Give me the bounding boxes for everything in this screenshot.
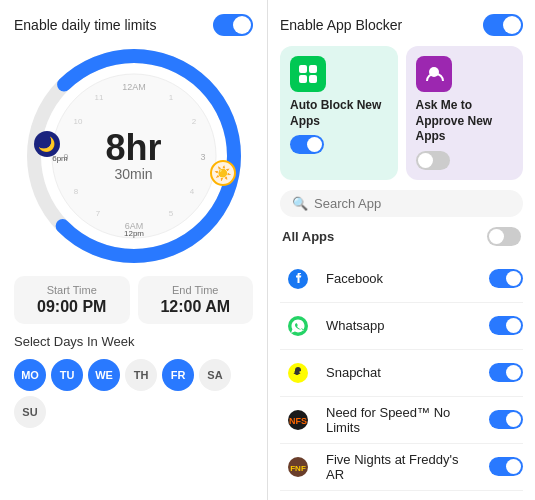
blocker-label: Enable App Blocker [280, 17, 402, 33]
app-row: Spotify [280, 491, 523, 500]
start-time-value: 09:00 PM [37, 298, 106, 316]
left-panel: Enable daily time limits 12AM 1 2 3 4 5 [0, 0, 268, 500]
svg-text:10: 10 [73, 117, 82, 126]
svg-rect-19 [299, 75, 307, 83]
svg-text:7: 7 [95, 209, 100, 218]
daily-time-toggle[interactable] [213, 14, 253, 36]
svg-text:NFS: NFS [289, 416, 307, 426]
day-chip-we[interactable]: WE [88, 359, 120, 391]
clock-container: 12AM 1 2 3 4 5 6AM 7 8 9 10 11 6pm [24, 46, 244, 266]
daily-time-label: Enable daily time limits [14, 17, 156, 33]
days-row: MOTUWETHFRSASU [14, 359, 253, 428]
svg-text:12AM: 12AM [122, 82, 146, 92]
search-box[interactable]: 🔍 [280, 190, 523, 217]
end-time-value: 12:00 AM [160, 298, 230, 316]
moon-icon: 🌙 [34, 131, 60, 157]
app-icon-need-for-speed™-no-limits: NFS [280, 402, 316, 438]
app-icon-snapchat [280, 355, 316, 391]
option-card-label-auto-block: Auto Block New Apps [290, 98, 388, 129]
app-toggle-whatsapp[interactable] [489, 316, 523, 335]
search-icon: 🔍 [292, 196, 308, 211]
svg-text:4: 4 [189, 187, 194, 196]
start-time-box[interactable]: Start Time 09:00 PM [14, 276, 130, 324]
app-toggle-facebook[interactable] [489, 269, 523, 288]
day-chip-th[interactable]: TH [125, 359, 157, 391]
app-row: Snapchat [280, 350, 523, 397]
svg-point-22 [432, 68, 436, 72]
clock-minutes: 30min [114, 166, 152, 182]
svg-text:2: 2 [191, 117, 196, 126]
svg-rect-20 [309, 75, 317, 83]
right-panel: Enable App Blocker Auto Block New AppsAs… [268, 0, 535, 500]
start-time-label: Start Time [47, 284, 97, 296]
svg-text:12pm: 12pm [123, 229, 143, 238]
svg-text:3: 3 [200, 152, 205, 162]
end-time-box[interactable]: End Time 12:00 AM [138, 276, 254, 324]
app-list: FacebookWhatsappSnapchatNFSNeed for Spee… [280, 256, 523, 500]
app-name: Need for Speed™ No Limits [326, 405, 479, 435]
time-row: Start Time 09:00 PM End Time 12:00 AM [14, 276, 253, 324]
blocker-toggle[interactable] [483, 14, 523, 36]
search-input[interactable] [314, 196, 511, 211]
svg-text:FNF: FNF [290, 464, 306, 473]
app-toggle-snapchat[interactable] [489, 363, 523, 382]
option-card-icon-auto-block [290, 56, 326, 92]
app-row: NFSNeed for Speed™ No Limits [280, 397, 523, 444]
app-row: Whatsapp [280, 303, 523, 350]
option-card-label-ask-approve: Ask Me to Approve New Apps [416, 98, 514, 145]
day-chip-mo[interactable]: MO [14, 359, 46, 391]
day-chip-fr[interactable]: FR [162, 359, 194, 391]
days-label: Select Days In Week [14, 334, 253, 349]
app-name: Whatsapp [326, 318, 479, 333]
option-card-toggle-auto-block[interactable] [290, 135, 324, 154]
app-icon-spotify [280, 496, 316, 500]
app-icon-facebook [280, 261, 316, 297]
clock-hours: 8hr [105, 130, 161, 166]
svg-rect-18 [309, 65, 317, 73]
option-card-auto-block[interactable]: Auto Block New Apps [280, 46, 398, 180]
app-list-header: All Apps [280, 227, 523, 246]
option-cards: Auto Block New AppsAsk Me to Approve New… [280, 46, 523, 180]
app-icon-five-nights-at-freddy's-ar: FNF [280, 449, 316, 485]
sun-icon: ☀️ [210, 160, 236, 186]
app-row: FNFFive Nights at Freddy's AR [280, 444, 523, 491]
end-time-label: End Time [172, 284, 218, 296]
app-toggle-five-nights-at-freddy's-ar[interactable] [489, 457, 523, 476]
svg-text:5: 5 [168, 209, 173, 218]
app-toggle-need-for-speed™-no-limits[interactable] [489, 410, 523, 429]
all-apps-label: All Apps [282, 229, 334, 244]
day-chip-tu[interactable]: TU [51, 359, 83, 391]
all-apps-toggle[interactable] [487, 227, 521, 246]
option-card-ask-approve[interactable]: Ask Me to Approve New Apps [406, 46, 524, 180]
app-name: Five Nights at Freddy's AR [326, 452, 479, 482]
app-row: Facebook [280, 256, 523, 303]
svg-rect-17 [299, 65, 307, 73]
app-name: Facebook [326, 271, 479, 286]
svg-text:6pm: 6pm [52, 154, 68, 163]
blocker-row: Enable App Blocker [280, 14, 523, 36]
day-chip-sa[interactable]: SA [199, 359, 231, 391]
day-chip-su[interactable]: SU [14, 396, 46, 428]
app-name: Snapchat [326, 365, 479, 380]
option-card-toggle-ask-approve[interactable] [416, 151, 450, 170]
option-card-icon-ask-approve [416, 56, 452, 92]
svg-text:1: 1 [168, 93, 173, 102]
svg-text:11: 11 [94, 93, 103, 102]
svg-text:8: 8 [73, 187, 78, 196]
daily-time-row: Enable daily time limits [14, 14, 253, 36]
clock-display: 8hr 30min [105, 130, 161, 182]
app-icon-whatsapp [280, 308, 316, 344]
